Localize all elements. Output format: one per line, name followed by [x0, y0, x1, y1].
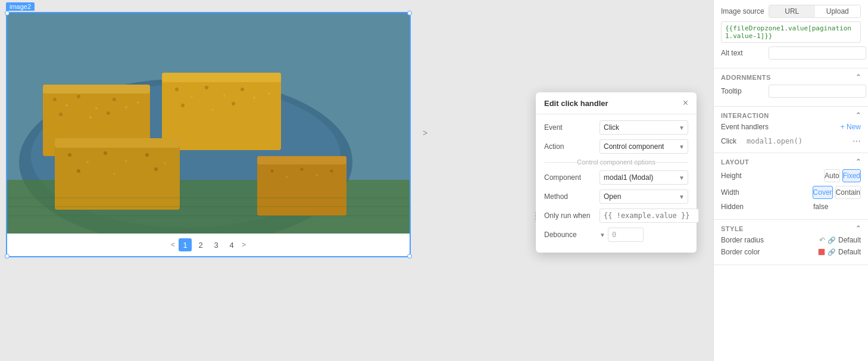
svg-point-9: [95, 107, 98, 110]
prev-page-btn[interactable]: <: [170, 241, 176, 249]
next-page-btn[interactable]: >: [241, 241, 247, 249]
svg-point-13: [89, 116, 92, 119]
svg-point-25: [211, 108, 214, 111]
dialog-only-run-row: Only run when: [544, 208, 688, 223]
page-1-btn[interactable]: 1: [179, 238, 192, 251]
dialog-only-run-input[interactable]: [600, 208, 699, 223]
event-handlers-label: Event handlers: [721, 123, 769, 131]
control-component-divider: Control component options: [544, 158, 688, 166]
svg-point-11: [125, 106, 127, 108]
style-section: STYLE ⌃ Border radius ↶ 🔗 Default Border…: [714, 220, 868, 265]
border-color-row: Border color 🔗 Default: [721, 248, 861, 256]
canvas-expand-arrow[interactable]: >: [423, 128, 427, 138]
url-toggle-btn[interactable]: URL: [769, 5, 815, 17]
svg-point-43: [301, 168, 304, 171]
interaction-header: INTERACTION ⌃: [721, 111, 861, 119]
svg-point-18: [175, 88, 179, 91]
border-radius-label: Border radius: [721, 236, 769, 244]
resize-handle-br[interactable]: [407, 254, 412, 259]
dialog-debounce-label: Debounce: [544, 231, 595, 239]
adornments-section: ADORNMENTS ⌃ Tooltip: [714, 69, 868, 107]
upload-toggle-btn[interactable]: Upload: [815, 5, 861, 17]
border-color-swatch[interactable]: [818, 248, 825, 256]
dialog-component-select[interactable]: modal1 (Modal) modal2 (Modal): [600, 170, 688, 185]
svg-point-20: [205, 86, 208, 89]
hidden-label: Hidden: [721, 203, 769, 211]
image-label: image2: [6, 2, 35, 11]
dialog-method-select[interactable]: Open Close Toggle: [600, 189, 688, 204]
svg-point-36: [77, 169, 80, 173]
dialog-debounce-wrapper: ▼: [600, 228, 644, 242]
svg-point-37: [113, 173, 115, 175]
dialog-close-btn[interactable]: ×: [683, 98, 688, 108]
svg-point-27: [268, 92, 270, 95]
adornments-chevron: ⌃: [855, 73, 861, 81]
food-image: [7, 13, 410, 234]
resize-handle-tl[interactable]: [5, 11, 10, 15]
style-header: STYLE ⌃: [721, 225, 861, 232]
border-color-value-group: 🔗 Default: [818, 248, 861, 256]
dialog-action-select-wrapper: Control component Run query Set variable…: [600, 139, 688, 154]
code-value-row: {{fileDropzone1.value[pagination1.value-…: [721, 21, 861, 43]
svg-point-26: [232, 102, 235, 105]
handler-more-btn[interactable]: ⋯: [853, 136, 861, 146]
hidden-row: Hidden false: [721, 203, 861, 211]
tooltip-input[interactable]: [769, 85, 866, 98]
svg-point-45: [330, 170, 333, 173]
height-row: Height Auto Fixed: [721, 169, 861, 182]
svg-point-42: [286, 176, 288, 178]
svg-point-31: [86, 161, 89, 163]
page-2-btn[interactable]: 2: [194, 238, 207, 251]
svg-point-23: [253, 97, 255, 99]
dialog-event-select[interactable]: Click Double Click Hover: [600, 120, 688, 135]
dialog-action-label: Action: [544, 142, 595, 151]
svg-rect-29: [55, 138, 180, 148]
border-radius-value[interactable]: Default: [838, 236, 861, 244]
width-row: Width Cover Contain: [721, 186, 861, 199]
width-label: Width: [721, 188, 769, 197]
contain-btn[interactable]: Contain: [835, 186, 861, 199]
svg-rect-17: [162, 73, 281, 82]
svg-point-10: [113, 98, 116, 101]
svg-rect-16: [162, 73, 281, 150]
tooltip-label: Tooltip: [721, 87, 769, 95]
code-value-display[interactable]: {{fileDropzone1.value[pagination1.value-…: [721, 21, 861, 43]
svg-point-6: [53, 98, 57, 101]
resize-handle-tr[interactable]: [407, 11, 412, 15]
image-source-label: Image source: [721, 7, 769, 15]
image-component[interactable]: image2: [6, 12, 411, 257]
svg-point-24: [181, 104, 185, 107]
dialog-method-row: Method Open Close Toggle ▼: [544, 189, 688, 204]
svg-point-41: [271, 170, 274, 173]
debounce-down-arrow[interactable]: ▼: [600, 232, 605, 238]
page-4-btn[interactable]: 4: [225, 238, 238, 251]
click-handler-row[interactable]: Click modal1.open() ⋯: [721, 135, 861, 148]
height-label: Height: [721, 172, 769, 180]
svg-point-38: [154, 167, 158, 171]
svg-rect-5: [43, 85, 150, 94]
page-3-btn[interactable]: 3: [210, 238, 223, 251]
dialog-debounce-row: Debounce ▼: [544, 228, 688, 242]
border-radius-row: Border radius ↶ 🔗 Default: [721, 236, 861, 244]
dialog-method-label: Method: [544, 192, 595, 201]
dialog-event-row: Event Click Double Click Hover ▼: [544, 120, 688, 135]
resize-handle-bl[interactable]: [5, 254, 10, 259]
dialog-body: Event Click Double Click Hover ▼ Action …: [536, 114, 697, 253]
dialog-header: Edit click handler ×: [536, 92, 697, 114]
alt-text-input[interactable]: [769, 46, 866, 60]
dialog-title: Edit click handler: [544, 99, 608, 108]
border-color-value[interactable]: Default: [838, 248, 861, 256]
click-event-badge: Click: [721, 137, 742, 145]
fixed-btn[interactable]: Fixed: [842, 169, 861, 182]
dialog-debounce-input[interactable]: [608, 228, 644, 242]
dialog-component-label: Component: [544, 173, 595, 182]
dialog-action-select[interactable]: Control component Run query Set variable: [600, 139, 688, 154]
svg-point-22: [241, 88, 244, 91]
click-method-text: modal1.open(): [747, 137, 803, 145]
dialog-action-row: Action Control component Run query Set v…: [544, 139, 688, 154]
auto-btn[interactable]: Auto: [824, 169, 840, 182]
image-source-section: Image source URL Upload {{fileDropzone1.…: [714, 0, 868, 69]
cover-btn[interactable]: Cover: [813, 186, 833, 199]
new-handler-btn[interactable]: + New: [841, 123, 861, 131]
border-color-label: Border color: [721, 248, 769, 256]
